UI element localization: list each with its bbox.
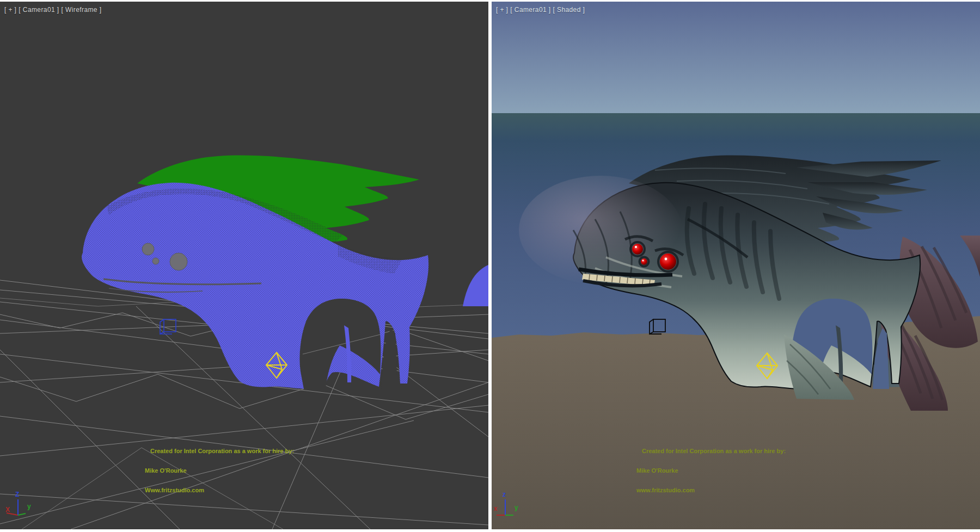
- viewport-shaded[interactable]: x y z [ + ] [ Camera01 ] [ Shaded ] Crea…: [492, 2, 980, 529]
- dual-viewport-window: { "frame": { "divider_color": "#ffffff" …: [0, 0, 980, 532]
- viewport-general-menu[interactable]: [ + ]: [496, 6, 508, 14]
- sky: [492, 2, 980, 113]
- axis-x-label: X: [5, 506, 10, 514]
- viewport-wireframe[interactable]: X y Z [ + ] [ Camera01 ] [ Wireframe ] C…: [0, 2, 488, 529]
- axis-y-label: y: [27, 503, 31, 510]
- axis-y-label: y: [514, 504, 518, 511]
- viewport-shading-menu[interactable]: [ Wireframe ]: [62, 6, 102, 14]
- viewport-label: [ + ] [ Camera01 ] [ Shaded ]: [496, 6, 585, 14]
- axis-z-label: z: [503, 491, 506, 498]
- viewport-general-menu[interactable]: [ + ]: [4, 6, 16, 14]
- axis-x-label: x: [494, 505, 498, 512]
- viewport-pov-menu[interactable]: [ Camera01 ]: [19, 6, 59, 14]
- viewport-pov-menu[interactable]: [ Camera01 ]: [510, 6, 550, 14]
- axis-z-label: Z: [15, 491, 19, 498]
- watermark-text: Created for Intel Corporation as a work …: [145, 435, 294, 506]
- watermark-text: Created for Intel Corporation as a work …: [636, 435, 786, 506]
- viewport-shading-menu[interactable]: [ Shaded ]: [553, 6, 585, 14]
- viewport-label: [ + ] [ Camera01 ] [ Wireframe ]: [4, 6, 101, 14]
